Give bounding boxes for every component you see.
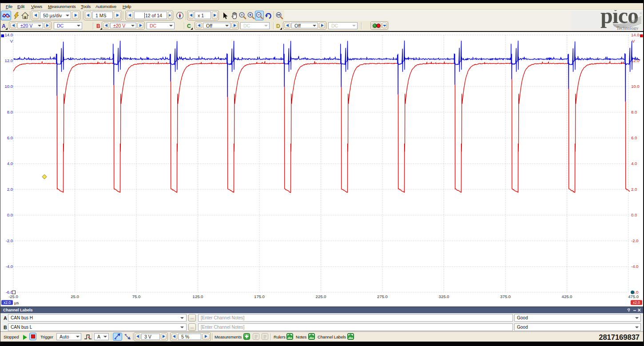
svg-text:x2.0: x2.0 (4, 300, 11, 305)
svg-text:-25.0: -25.0 (8, 294, 18, 299)
svg-text:325.0: 325.0 (439, 294, 449, 299)
svg-text:x2.0: x2.0 (633, 300, 640, 305)
svg-text:6.0: 6.0 (631, 135, 637, 140)
svg-text:6.0: 6.0 (7, 135, 13, 140)
svg-text:®: ® (640, 12, 642, 15)
svg-text:0.0: 0.0 (631, 212, 637, 217)
svg-text:V: V (10, 39, 13, 43)
svg-text:Technology: Technology (616, 26, 639, 31)
svg-text:25.0: 25.0 (71, 294, 79, 299)
svg-text:8.0: 8.0 (7, 110, 13, 114)
svg-text:14.0: 14.0 (631, 32, 640, 37)
svg-text:225.0: 225.0 (316, 294, 326, 299)
svg-text:10.0: 10.0 (5, 84, 13, 89)
svg-text:275.0: 275.0 (377, 294, 388, 299)
svg-text:375.0: 375.0 (500, 294, 511, 299)
svg-text:8.0: 8.0 (631, 110, 637, 114)
svg-text:-2.0: -2.0 (6, 238, 13, 243)
svg-text:-4.0: -4.0 (6, 264, 13, 269)
svg-text:2.0: 2.0 (7, 187, 13, 192)
svg-text:V: V (632, 39, 635, 43)
svg-text:125.0: 125.0 (193, 294, 203, 299)
svg-text:14.0: 14.0 (5, 32, 13, 37)
svg-text:75.0: 75.0 (132, 294, 141, 299)
svg-text:4.0: 4.0 (7, 161, 13, 166)
svg-text:2.0: 2.0 (631, 187, 637, 192)
svg-text:425.0: 425.0 (562, 294, 572, 299)
svg-text:-2.0: -2.0 (631, 238, 638, 243)
svg-text:10.0: 10.0 (631, 84, 640, 89)
svg-text:475.0: 475.0 (628, 294, 639, 299)
svg-text:12.0: 12.0 (5, 58, 13, 63)
svg-text:0.0: 0.0 (7, 212, 13, 217)
svg-text:175.0: 175.0 (254, 294, 265, 299)
svg-text:-4.0: -4.0 (631, 264, 638, 269)
svg-text:µs: µs (14, 300, 19, 305)
svg-text:4.0: 4.0 (631, 161, 637, 166)
